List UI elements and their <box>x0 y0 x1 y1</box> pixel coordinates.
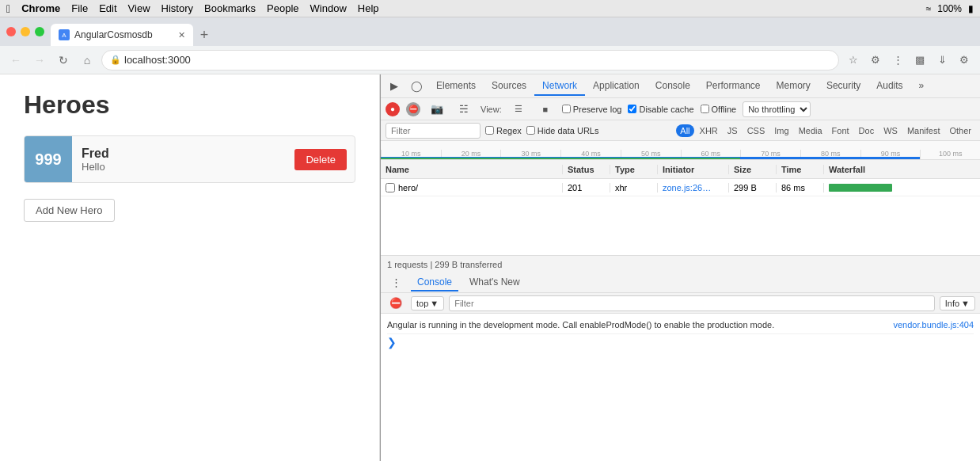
tab-application[interactable]: Application <box>585 77 648 96</box>
row-waterfall <box>824 184 980 192</box>
menu-bar:  Chrome File Edit View History Bookmark… <box>0 0 980 17</box>
maximize-window-button[interactable] <box>35 27 44 36</box>
tab-performance[interactable]: Performance <box>698 77 769 96</box>
tab-audits[interactable]: Audits <box>868 77 910 96</box>
battery-percent: 100% <box>937 3 962 14</box>
tab-sources[interactable]: Sources <box>484 77 534 96</box>
add-hero-button[interactable]: Add New Hero <box>24 199 115 222</box>
col-header-size: Size <box>729 165 777 174</box>
menu-item-bookmarks[interactable]: Bookmarks <box>204 2 256 14</box>
menu-item-chrome[interactable]: Chrome <box>21 2 60 14</box>
menu-bar-right: ≈ 100% ▮ <box>926 3 974 14</box>
tab-elements[interactable]: Elements <box>428 77 484 96</box>
row-checkbox[interactable] <box>386 183 395 192</box>
toolbar-icons: ☆ ⚙ ⋮ ▩ ⇓ ⚙ <box>844 51 974 70</box>
col-header-status: Status <box>563 165 610 174</box>
menu-item-history[interactable]: History <box>161 2 193 14</box>
console-prompt[interactable]: ❯ <box>387 334 974 350</box>
filter-media-button[interactable]: Media <box>795 124 826 137</box>
delete-hero-button[interactable]: Delete <box>294 149 347 170</box>
console-filter-input[interactable] <box>449 295 935 311</box>
filter-doc-button[interactable]: Doc <box>855 124 879 137</box>
console-level-select[interactable]: Info ▼ <box>940 296 975 311</box>
hero-info: Fred Hello <box>72 147 294 173</box>
browser-tab[interactable]: A AngularCosmosdb ✕ <box>51 24 193 46</box>
chromecast-button[interactable]: ▩ <box>910 51 929 70</box>
filter-font-button[interactable]: Font <box>828 124 853 137</box>
timeline-progress-green <box>381 158 740 159</box>
tab-network[interactable]: Network <box>534 77 585 96</box>
home-button[interactable]: ⌂ <box>78 51 97 70</box>
filter-js-button[interactable]: JS <box>724 124 742 137</box>
stop-button[interactable]: ⛔ <box>406 102 420 116</box>
console-context-value: top <box>416 299 428 308</box>
download-button[interactable]: ⇓ <box>933 51 952 70</box>
filter-all-button[interactable]: All <box>676 124 693 137</box>
tab-close-button[interactable]: ✕ <box>178 30 185 40</box>
console-context-select[interactable]: top ▼ <box>411 296 444 311</box>
filter-ws-button[interactable]: WS <box>879 124 902 137</box>
throttle-select[interactable]: No throttling <box>743 101 811 117</box>
console-stop-button[interactable]: ⛔ <box>386 293 406 314</box>
apple-icon[interactable]:  <box>6 2 10 15</box>
console-message: Angular is running in the development mo… <box>387 317 974 334</box>
offline-checkbox[interactable]: Offline <box>701 105 737 114</box>
main-layout: Heroes 999 Fred Hello Delete Add New Her… <box>0 74 980 461</box>
bookmark-button[interactable]: ☆ <box>844 51 863 70</box>
menu-item-edit[interactable]: Edit <box>99 2 116 14</box>
menu-button[interactable]: ⋮ <box>888 51 907 70</box>
devtools-toggle-button[interactable]: ⚙ <box>955 51 974 70</box>
camera-button[interactable]: 📷 <box>427 99 447 120</box>
filter-other-button[interactable]: Other <box>945 124 975 137</box>
back-button[interactable]: ← <box>6 51 25 70</box>
col-header-time: Time <box>777 165 824 174</box>
close-window-button[interactable] <box>6 27 16 36</box>
tab-security[interactable]: Security <box>819 77 868 96</box>
minimize-window-button[interactable] <box>21 27 30 36</box>
console-toolbar: ⋮ Console What's New <box>381 272 980 293</box>
table-row[interactable]: hero/ 201 xhr zone.js:26… 299 B 86 ms <box>381 179 980 196</box>
regex-checkbox[interactable]: Regex <box>485 126 522 135</box>
filter-img-button[interactable]: Img <box>770 124 792 137</box>
grid-view-button[interactable]: ■ <box>535 99 556 120</box>
device-toolbar-button[interactable]: ◯ <box>406 76 427 97</box>
timeline-bar: 10 ms 20 ms 30 ms 40 ms 50 ms 60 ms 70 m… <box>381 141 980 160</box>
console-tab-console[interactable]: Console <box>411 274 458 291</box>
col-header-waterfall: Waterfall <box>824 165 980 174</box>
tab-console[interactable]: Console <box>648 77 698 96</box>
record-button[interactable]: ● <box>386 102 400 116</box>
filter-css-button[interactable]: CSS <box>743 124 769 137</box>
network-status-bar: 1 requests | 299 B transferred <box>381 255 980 272</box>
extensions-button[interactable]: ⚙ <box>866 51 885 70</box>
disable-cache-checkbox[interactable]: Disable cache <box>628 105 693 114</box>
menu-item-view[interactable]: View <box>128 2 150 14</box>
new-tab-button[interactable]: + <box>193 24 215 46</box>
menu-item-file[interactable]: File <box>71 2 88 14</box>
list-view-button[interactable]: ☰ <box>508 99 529 120</box>
console-content: Angular is running in the development mo… <box>381 314 980 461</box>
menu-item-people[interactable]: People <box>267 2 298 14</box>
forward-button[interactable]: → <box>30 51 49 70</box>
network-table: Name Status Type Initiator Size Time Wat… <box>381 160 980 255</box>
filter-xhr-button[interactable]: XHR <box>696 124 722 137</box>
menu-item-window[interactable]: Window <box>310 2 347 14</box>
col-header-type: Type <box>610 165 658 174</box>
filter-manifest-button[interactable]: Manifest <box>903 124 944 137</box>
menu-bar-left:  Chrome File Edit View History Bookmark… <box>6 2 379 15</box>
preserve-log-checkbox[interactable]: Preserve log <box>562 105 622 114</box>
console-more-button[interactable]: ⋮ <box>386 272 406 293</box>
tab-memory[interactable]: Memory <box>769 77 819 96</box>
hide-data-label: Hide data URLs <box>537 126 599 135</box>
inspect-element-button[interactable]: ▶ <box>384 76 405 97</box>
filter-toggle-button[interactable]: ☵ <box>454 99 474 120</box>
tab-more[interactable]: » <box>911 77 933 96</box>
hide-data-checkbox[interactable]: Hide data URLs <box>526 126 599 135</box>
filter-input[interactable] <box>386 123 481 139</box>
menu-item-help[interactable]: Help <box>358 2 379 14</box>
reload-button[interactable]: ↻ <box>54 51 73 70</box>
console-tab-whatsnew[interactable]: What's New <box>463 274 526 291</box>
console-source-link[interactable]: vendor.bundle.js:404 <box>893 319 974 331</box>
tab-bar: A AngularCosmosdb ✕ + <box>51 17 974 46</box>
heroes-title: Heroes <box>24 90 355 120</box>
url-bar[interactable]: 🔒 localhost:3000 <box>101 50 839 70</box>
